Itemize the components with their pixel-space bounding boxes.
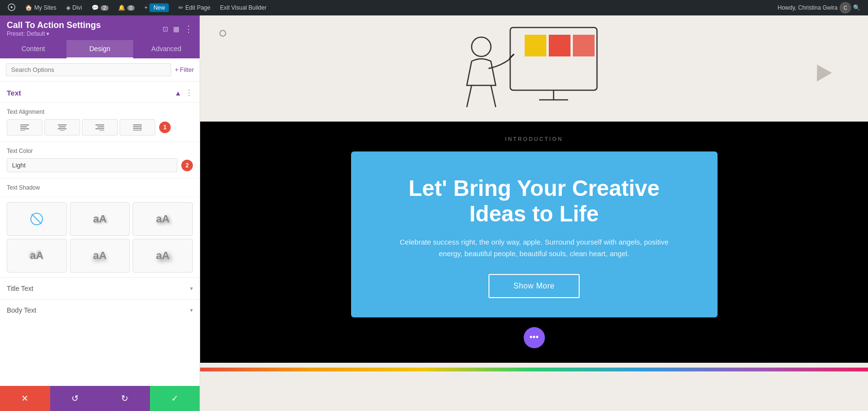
shadow-option-4[interactable]: aA xyxy=(70,239,130,273)
maximize-icon[interactable]: ⊡ xyxy=(163,25,168,33)
svg-line-19 xyxy=(32,214,41,224)
cta-body-text: Celebrate success right, the only way, a… xyxy=(394,236,674,260)
svg-point-1 xyxy=(11,6,13,8)
body-text-chevron-icon: ▾ xyxy=(190,307,193,314)
comment-icon: 💬 xyxy=(92,4,99,11)
step2-badge: 2 xyxy=(181,160,193,171)
shadow-label: Text Shadow xyxy=(7,184,193,191)
body-text-section[interactable]: Body Text ▾ xyxy=(0,299,200,321)
panel-title: Call To Action Settings xyxy=(7,20,101,30)
notification-icon: 🔔 xyxy=(118,4,125,11)
text-section-header: Text ▲ ⋮ xyxy=(0,82,200,103)
exit-visual-builder-button[interactable]: Exit Visual Builder xyxy=(216,0,271,15)
cancel-icon: ✕ xyxy=(21,393,28,404)
align-justify-button[interactable] xyxy=(120,119,155,136)
tab-content[interactable]: Content xyxy=(0,40,67,58)
panel-header: Call To Action Settings Preset: Default … xyxy=(0,15,200,40)
circle-decoration xyxy=(219,30,226,37)
show-more-button[interactable]: Show More xyxy=(488,274,580,298)
wordpress-top-bar: 🏠 My Sites ◈ Divi 💬 2 🔔 0 + New ✏ Edit P… xyxy=(0,0,868,15)
intro-label: INTRODUCTION xyxy=(210,136,858,142)
filter-button[interactable]: + Filter xyxy=(175,66,194,73)
pencil-icon: ✏ xyxy=(178,4,183,11)
search-bar: + Filter xyxy=(0,58,200,82)
collapse-text-icon[interactable]: ▲ xyxy=(175,89,181,97)
comments-menu[interactable]: 💬 2 xyxy=(88,0,112,15)
home-icon: 🏠 xyxy=(25,4,32,11)
title-text-chevron-icon: ▾ xyxy=(190,285,193,292)
save-button[interactable]: ✓ xyxy=(150,386,200,411)
panel-tabs: Content Design Advanced xyxy=(0,40,200,58)
alignment-row: 1 xyxy=(7,119,193,136)
rainbow-bar xyxy=(200,368,868,371)
chevron-down-icon: ▾ xyxy=(46,30,49,37)
black-section: INTRODUCTION Let' Bring Your Creative Id… xyxy=(200,122,868,363)
bottom-bar: ✕ ↺ ↻ ✓ xyxy=(0,386,200,411)
color-row: Light Dark Custom 2 xyxy=(7,158,193,172)
divi-menu[interactable]: ◈ Divi xyxy=(62,0,86,15)
text-color-field: Text Color Light Dark Custom 2 xyxy=(0,142,200,178)
save-icon: ✓ xyxy=(171,393,178,404)
redo-icon: ↻ xyxy=(121,393,128,404)
panel-content: Text ▲ ⋮ Text Alignment xyxy=(0,82,200,386)
my-sites-menu[interactable]: 🏠 My Sites xyxy=(21,0,60,15)
new-button[interactable]: + New xyxy=(140,0,173,15)
more-options-icon[interactable]: ⋮ xyxy=(184,24,193,34)
tab-design[interactable]: Design xyxy=(67,40,133,58)
redo-button[interactable]: ↻ xyxy=(100,386,150,411)
divi-icon: ◈ xyxy=(66,4,70,11)
edit-page-button[interactable]: ✏ Edit Page xyxy=(175,0,214,15)
undo-button[interactable]: ↺ xyxy=(50,386,100,411)
shadow-option-1[interactable]: aA xyxy=(70,202,130,236)
color-label: Text Color xyxy=(7,148,193,154)
align-center-button[interactable] xyxy=(44,119,80,136)
svg-rect-22 xyxy=(549,35,570,56)
shadow-option-2[interactable]: aA xyxy=(133,202,193,236)
shadow-none-option[interactable] xyxy=(7,202,67,236)
title-text-label: Title Text xyxy=(7,285,33,292)
text-section-title: Text xyxy=(7,89,21,97)
tab-advanced[interactable]: Advanced xyxy=(133,40,200,58)
grid-icon[interactable]: ▦ xyxy=(173,25,179,33)
shadow-option-5[interactable]: aA xyxy=(133,239,193,273)
canvas-area: INTRODUCTION Let' Bring Your Creative Id… xyxy=(200,15,868,411)
color-select[interactable]: Light Dark Custom xyxy=(7,158,177,172)
wordpress-icon xyxy=(8,3,15,13)
step1-badge: 1 xyxy=(159,122,171,133)
svg-rect-23 xyxy=(573,35,595,56)
notifications-menu[interactable]: 🔔 0 xyxy=(114,0,139,15)
hero-illustration xyxy=(390,18,679,119)
settings-panel: Call To Action Settings Preset: Default … xyxy=(0,15,200,411)
shadow-option-3[interactable]: aA xyxy=(7,239,67,273)
undo-icon: ↺ xyxy=(71,393,79,404)
filter-icon: + xyxy=(175,66,179,73)
cta-heading: Let' Bring Your Creative Ideas to Life xyxy=(380,176,689,227)
user-avatar: C xyxy=(840,2,851,14)
user-menu[interactable]: Howdy, Christina Gwira C 🔍 xyxy=(774,0,864,15)
illustration-area xyxy=(200,15,868,122)
dots-icon: ••• xyxy=(529,332,539,342)
shadow-grid: aA aA aA aA aA xyxy=(0,197,200,277)
search-input[interactable] xyxy=(6,63,171,76)
svg-rect-21 xyxy=(525,35,546,56)
cancel-button[interactable]: ✕ xyxy=(0,386,50,411)
title-text-section[interactable]: Title Text ▾ xyxy=(0,277,200,299)
text-section: Text ▲ ⋮ Text Alignment xyxy=(0,82,200,277)
cta-card: Let' Bring Your Creative Ideas to Life C… xyxy=(351,151,718,317)
text-alignment-field: Text Alignment xyxy=(0,103,200,142)
alignment-label: Text Alignment xyxy=(7,109,193,115)
search-topbar-icon[interactable]: 🔍 xyxy=(853,4,860,11)
align-left-button[interactable] xyxy=(7,119,42,136)
align-right-button[interactable] xyxy=(82,119,118,136)
wordpress-logo[interactable] xyxy=(4,0,19,15)
alignment-options xyxy=(7,119,155,136)
panel-preset[interactable]: Preset: Default ▾ xyxy=(7,30,101,37)
svg-line-28 xyxy=(467,85,472,107)
body-text-label: Body Text xyxy=(7,306,36,314)
svg-line-29 xyxy=(491,85,496,107)
svg-point-26 xyxy=(472,37,491,56)
text-section-more-icon[interactable]: ⋮ xyxy=(185,88,193,97)
text-shadow-field: Text Shadow xyxy=(0,178,200,197)
purple-dots-button[interactable]: ••• xyxy=(524,327,545,348)
triangle-decoration xyxy=(810,60,832,82)
